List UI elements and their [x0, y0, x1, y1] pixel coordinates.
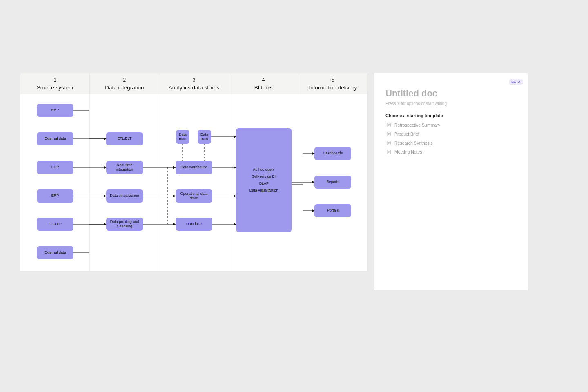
col-number: 4	[262, 77, 265, 83]
body-col-1	[20, 94, 90, 271]
col-header-5: 5 Information delivery	[298, 74, 368, 94]
col-header-1: 1 Source system	[20, 74, 90, 94]
node-finance[interactable]: Finance	[37, 218, 74, 231]
col-header-2: 2 Data integration	[90, 74, 159, 94]
node-lake[interactable]: Data lake	[176, 218, 212, 231]
template-research-synthesis[interactable]: Research Synthesis	[385, 138, 516, 147]
template-meeting-notes[interactable]: Meeting Notes	[385, 147, 516, 156]
node-dashboards[interactable]: Dashboards	[314, 147, 351, 160]
template-label: Product Brief	[394, 131, 419, 136]
col-number: 3	[193, 77, 196, 83]
node-profiling[interactable]: Data profiling and cleansing	[106, 218, 143, 231]
node-portals[interactable]: Portals	[314, 204, 351, 217]
template-product-brief[interactable]: Product Brief	[385, 129, 516, 138]
body-col-3	[159, 94, 229, 271]
document-icon	[386, 140, 391, 145]
col-title: Data integration	[105, 85, 144, 91]
node-external-1[interactable]: External data	[37, 132, 74, 145]
template-heading: Choose a starting template	[385, 113, 516, 118]
node-ods[interactable]: Operational data store	[176, 189, 212, 203]
node-etl[interactable]: ETL/ELT	[106, 132, 143, 145]
col-number: 5	[332, 77, 334, 83]
node-external-2[interactable]: External data	[37, 246, 74, 259]
bi-line-olap: OLAP	[259, 181, 269, 186]
node-data-mart-2[interactable]: Data mart	[198, 130, 211, 144]
bi-line-adhoc: Ad hoc query	[253, 167, 274, 172]
diagram-header: 1 Source system 2 Data integration 3 Ana…	[20, 74, 368, 94]
col-title: Information delivery	[309, 85, 357, 91]
node-erp-1[interactable]: ERP	[37, 104, 74, 117]
template-label: Meeting Notes	[394, 149, 422, 154]
node-erp-2[interactable]: ERP	[37, 161, 74, 174]
bi-line-selfservice: Self-service BI	[252, 174, 276, 179]
body-col-2	[90, 94, 159, 271]
col-title: Analytics data stores	[169, 85, 220, 91]
col-number: 1	[53, 77, 56, 83]
document-icon	[386, 149, 391, 154]
col-title: BI tools	[254, 85, 273, 91]
node-virtual[interactable]: Data virtualization	[106, 189, 143, 203]
doc-hint: Press '/' for options or start writing	[385, 101, 516, 106]
col-header-3: 3 Analytics data stores	[159, 74, 229, 94]
node-warehouse[interactable]: Data warehouse	[176, 161, 212, 174]
diagram-panel[interactable]: 1 Source system 2 Data integration 3 Ana…	[20, 74, 368, 271]
doc-title[interactable]: Untitled doc	[385, 88, 516, 99]
node-erp-3[interactable]: ERP	[37, 189, 74, 203]
template-retrospective[interactable]: Retrospective Summary	[385, 120, 516, 129]
col-number: 2	[123, 77, 126, 83]
document-icon	[386, 122, 391, 127]
document-icon	[386, 131, 391, 136]
beta-badge: BETA	[509, 79, 523, 85]
template-list: Retrospective Summary Product Brief Rese…	[385, 120, 516, 156]
node-reports[interactable]: Reports	[314, 176, 351, 189]
col-title: Source system	[37, 85, 73, 91]
node-data-mart-1[interactable]: Data mart	[176, 130, 189, 144]
doc-panel[interactable]: BETA Untitled doc Press '/' for options …	[374, 74, 528, 290]
template-label: Research Synthesis	[394, 140, 432, 145]
node-bi-tools[interactable]: Ad hoc query Self-service BI OLAP Data v…	[236, 128, 292, 232]
template-label: Retrospective Summary	[394, 122, 440, 127]
bi-line-viz: Data visualization	[249, 188, 278, 193]
col-header-4: 4 BI tools	[229, 74, 298, 94]
node-realtime[interactable]: Real-time integration	[106, 161, 143, 174]
